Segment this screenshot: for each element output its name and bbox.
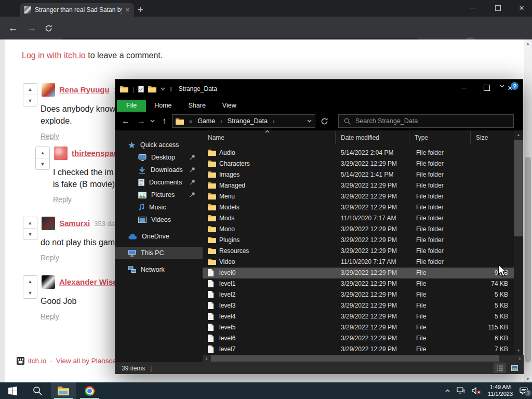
file-row-level5[interactable]: level53/29/2022 12:29 PMFile115 KB bbox=[203, 322, 514, 333]
browser-restore-button[interactable] bbox=[487, 0, 508, 16]
reply-link[interactable]: Reply bbox=[41, 132, 59, 140]
list-horizontal-scrollbar[interactable]: ‹ › bbox=[203, 355, 524, 362]
itchio-footer-link[interactable]: itch.io bbox=[28, 357, 46, 365]
upvote-button[interactable]: ▲ bbox=[23, 217, 37, 229]
new-tab-button[interactable]: + bbox=[134, 4, 147, 16]
file-row-mods[interactable]: Mods11/10/2020 7:17 AMFile folder bbox=[203, 213, 514, 224]
ribbon-tab-share[interactable]: Share bbox=[180, 100, 214, 112]
list-vertical-scrollbar[interactable]: ▲ ▼ bbox=[514, 130, 523, 355]
qat-dropdown-icon[interactable] bbox=[161, 87, 165, 90]
sidebar-item-music[interactable]: Music bbox=[115, 201, 203, 214]
nav-forward-button[interactable]: → bbox=[135, 115, 148, 127]
properties-icon[interactable] bbox=[138, 86, 144, 92]
file-row-level2[interactable]: level23/29/2022 12:29 PMFile5 KB bbox=[203, 289, 514, 300]
taskbar-chrome-button[interactable] bbox=[77, 382, 102, 399]
new-folder-icon[interactable] bbox=[148, 86, 156, 92]
file-row-models[interactable]: Models3/29/2022 12:29 PMFile folder bbox=[203, 202, 514, 213]
back-button[interactable]: ← bbox=[6, 21, 20, 35]
chevron-right-icon2[interactable]: › bbox=[271, 118, 277, 124]
chevron-right-icon[interactable]: › bbox=[218, 118, 224, 124]
avatar[interactable] bbox=[42, 275, 55, 289]
breadcrumb-item-game[interactable]: Game bbox=[197, 117, 215, 125]
page-scroll-up-icon[interactable]: ▲ bbox=[524, 39, 532, 47]
ribbon-tab-view[interactable]: View bbox=[214, 100, 245, 112]
comment-author-link[interactable]: thirteenspad bbox=[72, 149, 118, 157]
action-center-button[interactable]: 1 bbox=[520, 387, 528, 395]
browser-minimize-button[interactable] bbox=[462, 0, 483, 16]
reload-button[interactable] bbox=[42, 21, 55, 35]
nav-up-button[interactable]: ↑ bbox=[158, 115, 170, 127]
taskbar-search-button[interactable] bbox=[25, 382, 50, 399]
search-box[interactable]: Search Strange_Data bbox=[338, 114, 514, 128]
browser-tab[interactable]: Stranger than real Sad Satan by ✕ bbox=[20, 3, 134, 17]
sidebar-item-downloads[interactable]: Downloads bbox=[115, 164, 203, 176]
file-row-level3[interactable]: level33/29/2022 12:29 PMFile5 KB bbox=[203, 300, 514, 311]
page-scrollbar[interactable]: ▲ ▼ bbox=[524, 39, 532, 382]
reply-link[interactable]: Reply bbox=[41, 254, 59, 262]
list-scroll-right-icon[interactable]: › bbox=[516, 355, 524, 362]
downvote-button[interactable]: ▼ bbox=[23, 95, 37, 106]
upvote-button[interactable]: ▲ bbox=[36, 147, 49, 158]
breadcrumb-collapsed[interactable]: « bbox=[187, 118, 194, 124]
tray-expand-icon[interactable] bbox=[445, 389, 450, 392]
taskbar-explorer-button[interactable] bbox=[51, 382, 76, 399]
file-row-level1[interactable]: level13/29/2022 12:29 PMFile74 KB bbox=[203, 278, 514, 289]
page-scroll-down-icon[interactable]: ▼ bbox=[524, 375, 532, 382]
downvote-button[interactable]: ▼ bbox=[23, 287, 37, 298]
sidebar-item-desktop[interactable]: Desktop bbox=[115, 151, 203, 164]
column-header-type[interactable]: Type bbox=[409, 131, 471, 144]
column-header-date[interactable]: Date modified bbox=[336, 131, 409, 144]
sidebar-item-network[interactable]: Network bbox=[115, 263, 203, 276]
help-button[interactable]: ? bbox=[511, 82, 518, 90]
refresh-button[interactable] bbox=[319, 116, 329, 126]
sidebar-item-this-pc[interactable]: This PC bbox=[115, 247, 203, 259]
sidebar-item-videos[interactable]: Videos bbox=[115, 214, 203, 226]
file-row-level4[interactable]: level43/29/2022 12:29 PMFile5 KB bbox=[203, 311, 514, 322]
comment-author-link[interactable]: Rena Ryuugu bbox=[59, 85, 110, 94]
volume-muted-icon[interactable] bbox=[472, 387, 481, 394]
breadcrumb-item-strange-data[interactable]: Strange_Data bbox=[228, 117, 268, 125]
downvote-button[interactable]: ▼ bbox=[23, 229, 37, 240]
hscrollbar-thumb[interactable] bbox=[211, 355, 499, 362]
list-scroll-left-icon[interactable]: ‹ bbox=[203, 355, 210, 362]
list-scroll-up-icon[interactable]: ▲ bbox=[514, 130, 523, 139]
file-row-video[interactable]: Video11/10/2020 7:17 AMFile folder bbox=[203, 257, 514, 268]
avatar[interactable] bbox=[42, 83, 55, 97]
column-header-size[interactable]: Size bbox=[471, 131, 514, 144]
start-button[interactable] bbox=[0, 382, 25, 399]
thumbnail-view-button[interactable] bbox=[508, 363, 521, 373]
file-row-level0[interactable]: level03/29/2022 12:29 PMFile9 KB bbox=[203, 268, 514, 278]
reply-link[interactable]: Reply bbox=[41, 312, 59, 321]
explorer-minimize-button[interactable] bbox=[452, 79, 475, 96]
column-header-name[interactable]: Name bbox=[203, 131, 336, 144]
file-row-audio[interactable]: Audio5/14/2022 2:04 PMFile folder bbox=[203, 148, 514, 158]
ribbon-expand-icon[interactable] bbox=[500, 85, 504, 88]
upvote-button[interactable]: ▲ bbox=[23, 276, 37, 287]
avatar[interactable] bbox=[42, 217, 55, 230]
page-scrollbar-thumb[interactable] bbox=[525, 157, 531, 363]
login-link[interactable]: Log in with itch.io bbox=[22, 51, 86, 60]
downvote-button[interactable]: ▼ bbox=[36, 158, 49, 169]
network-icon[interactable] bbox=[457, 387, 465, 394]
file-row-level6[interactable]: level63/29/2022 12:29 PMFile6 KB bbox=[203, 333, 514, 344]
sidebar-item-documents[interactable]: Documents bbox=[115, 176, 203, 189]
taskbar-clock[interactable]: 1:49 AM 11/1/2023 bbox=[488, 384, 513, 397]
file-row-images[interactable]: Images5/14/2022 1:41 PMFile folder bbox=[203, 169, 514, 180]
file-row-level7[interactable]: level73/29/2022 12:29 PMFile7 KB bbox=[203, 344, 514, 355]
details-view-button[interactable] bbox=[494, 363, 506, 373]
ribbon-tab-home[interactable]: Home bbox=[146, 100, 180, 112]
upvote-button[interactable]: ▲ bbox=[23, 84, 37, 95]
reply-link[interactable]: Reply bbox=[53, 195, 72, 204]
file-row-resources[interactable]: Resources3/29/2022 12:29 PMFile folder bbox=[203, 246, 514, 257]
file-row-characters[interactable]: Characters3/29/2022 12:29 PMFile folder bbox=[203, 158, 514, 169]
comment-author-link[interactable]: Samurxi bbox=[59, 219, 90, 228]
recent-locations-icon[interactable] bbox=[148, 115, 157, 127]
tab-close-icon[interactable]: ✕ bbox=[125, 7, 130, 14]
file-row-mono[interactable]: Mono3/29/2022 12:29 PMFile folder bbox=[203, 224, 514, 235]
forward-button[interactable]: → bbox=[25, 21, 38, 35]
sidebar-item-quick-access[interactable]: Quick access bbox=[115, 139, 203, 151]
sidebar-item-onedrive[interactable]: OneDrive bbox=[115, 230, 203, 243]
file-row-managed[interactable]: Managed3/29/2022 12:29 PMFile folder bbox=[203, 180, 514, 191]
file-row-plugins[interactable]: Plugins3/29/2022 12:29 PMFile folder bbox=[203, 235, 514, 246]
nav-back-button[interactable]: ← bbox=[119, 115, 132, 127]
